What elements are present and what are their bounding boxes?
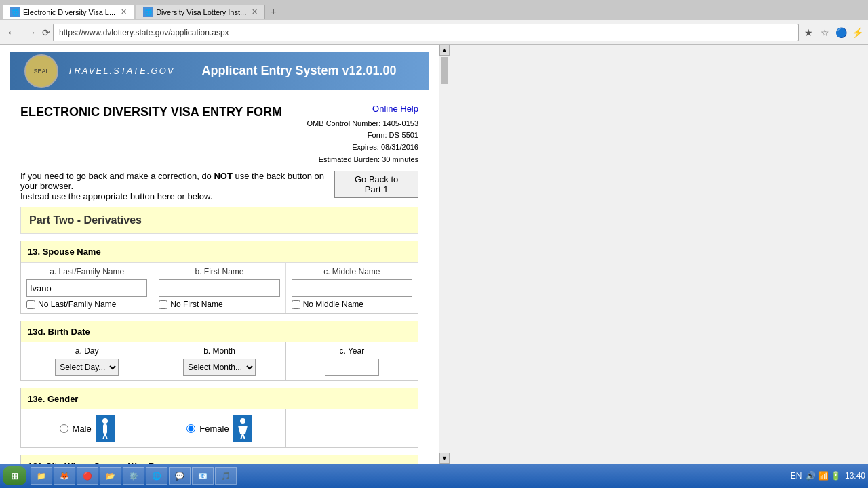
browser-chrome: 🌐 Electronic Diversity Visa L... ✕ 🌐 Div… [0, 0, 868, 45]
month-select[interactable]: Select Month... [183, 359, 256, 376]
svg-point-0 [102, 418, 108, 424]
section-13e-gender: 13e. Gender Male [20, 388, 418, 448]
address-bar[interactable]: https://www.dvlottery.state.gov/applicat… [53, 24, 799, 41]
scrollbar-down-button[interactable]: ▼ [439, 453, 450, 464]
city-header: 13f. City Where Spouse Was Born [21, 455, 418, 464]
tab-1-close[interactable]: ✕ [121, 7, 127, 16]
correction-notice: If you need to go back and make a correc… [20, 171, 334, 201]
section-13d-birth-date: 13d. Birth Date a. Day Select Day... b. … [20, 321, 418, 381]
day-cell: a. Day Select Day... [21, 342, 153, 380]
svg-line-3 [105, 434, 107, 439]
tab-2-label: Diversity Visa Lottery Inst... [156, 8, 246, 16]
section-13-title: 13. Spouse Name [21, 241, 418, 262]
no-middle-name-label: No Middle Name [303, 300, 363, 309]
year-cell: c. Year [286, 342, 418, 380]
no-first-name-row: No First Name [159, 300, 279, 309]
expires: Expires: 08/31/2016 [307, 142, 418, 154]
logo-text: TRAVEL.STATE.GOV [68, 66, 175, 76]
go-back-button[interactable]: Go Back to Part 1 [334, 171, 418, 198]
tab-1-label: Electronic Diversity Visa L... [23, 8, 115, 16]
tab-1[interactable]: 🌐 Electronic Diversity Visa L... ✕ [3, 5, 134, 19]
form-content: ELECTRONIC DIVERSITY VISA ENTRY FORM Onl… [10, 90, 429, 464]
month-cell: b. Month Select Month... [153, 342, 285, 380]
first-name-label: b. First Name [159, 267, 279, 277]
bookmark-icon[interactable]: ★ [802, 26, 815, 39]
form-title-area: ELECTRONIC DIVERSITY VISA ENTRY FORM [20, 102, 282, 119]
day-select[interactable]: Select Day... [55, 359, 119, 376]
empty-gender-cell [286, 409, 418, 447]
no-last-name-label: No Last/Family Name [38, 300, 116, 309]
male-cell: Male [21, 409, 153, 447]
scrollbar[interactable]: ▲ ▼ [439, 45, 450, 464]
middle-name-label: c. Middle Name [292, 267, 412, 277]
part-two-header: Part Two - Derivatives [20, 207, 418, 234]
forward-button[interactable]: → [23, 25, 39, 40]
scrollbar-up-button[interactable]: ▲ [439, 45, 450, 56]
tab-2[interactable]: 🌐 Diversity Visa Lottery Inst... ✕ [136, 5, 265, 19]
section-13-spouse-name: 13. Spouse Name a. Last/Family Name No L… [20, 241, 418, 314]
us-seal: SEAL [21, 56, 62, 86]
no-middle-name-checkbox[interactable] [292, 300, 300, 309]
svg-line-7 [243, 434, 245, 439]
right-area [450, 45, 868, 464]
no-middle-name-row: No Middle Name [292, 300, 412, 309]
tab-1-favicon: 🌐 [10, 7, 20, 17]
svg-marker-5 [238, 426, 248, 434]
female-radio[interactable] [186, 424, 195, 433]
first-name-cell: b. First Name No First Name [153, 263, 285, 313]
birth-date-fields: a. Day Select Day... b. Month Select Mon… [21, 342, 418, 380]
last-name-input[interactable] [26, 279, 147, 297]
female-cell: Female [153, 409, 285, 447]
form-meta: Online Help OMB Control Number: 1405-015… [307, 102, 418, 165]
middle-name-cell: c. Middle Name No Middle Name [286, 263, 418, 313]
male-icon [96, 415, 115, 442]
main-container: SEAL TRAVEL.STATE.GOV Applicant Entry Sy… [0, 45, 439, 464]
correction-row: If you need to go back and make a correc… [20, 171, 418, 201]
form-title: ELECTRONIC DIVERSITY VISA ENTRY FORM [20, 105, 282, 119]
day-label: a. Day [26, 346, 147, 356]
gender-header: 13e. Gender [21, 388, 418, 409]
notice-text-3: Instead use the appropriate button here … [20, 191, 212, 201]
tab-bar: 🌐 Electronic Diversity Visa L... ✕ 🌐 Div… [0, 0, 868, 20]
year-input[interactable] [325, 359, 379, 376]
extension-icon-1[interactable]: 🔵 [834, 26, 848, 39]
not-emphasis: NOT [214, 171, 232, 181]
year-label: c. Year [292, 346, 412, 356]
birth-date-header: 13d. Birth Date [21, 321, 418, 342]
form-number: Form: DS-5501 [307, 129, 418, 142]
scrollbar-track [439, 56, 450, 453]
header-title: Applicant Entry System v12.01.00 [201, 64, 396, 77]
tab-2-favicon: 🌐 [143, 7, 153, 17]
no-first-name-checkbox[interactable] [159, 300, 167, 309]
tab-2-close[interactable]: ✕ [252, 7, 258, 16]
last-name-cell: a. Last/Family Name No Last/Family Name [21, 263, 153, 313]
month-label: b. Month [159, 346, 279, 356]
female-icon [233, 415, 252, 442]
male-radio[interactable] [60, 424, 68, 433]
first-name-input[interactable] [159, 279, 279, 297]
section-13f-birth-city: 13f. City Where Spouse Was Born (Enter B… [20, 455, 418, 464]
back-button[interactable]: ← [4, 25, 20, 40]
omb-number: OMB Control Number: 1405-0153 [307, 118, 418, 130]
name-fields-row: a. Last/Family Name No Last/Family Name … [21, 262, 418, 313]
extension-icon-2[interactable]: ⚡ [850, 26, 864, 39]
no-first-name-label: No First Name [170, 300, 222, 309]
toolbar-icons: ★ ☆ 🔵 ⚡ [802, 26, 864, 39]
gender-options-row: Male Female [21, 409, 418, 447]
male-label: Male [73, 424, 92, 434]
svg-point-4 [240, 418, 245, 424]
star-icon[interactable]: ☆ [818, 26, 831, 39]
no-last-name-row: No Last/Family Name [26, 300, 147, 309]
new-tab-button[interactable]: + [267, 5, 280, 18]
last-name-label: a. Last/Family Name [26, 267, 147, 277]
reload-button[interactable]: ⟳ [42, 27, 50, 38]
no-last-name-checkbox[interactable] [26, 300, 35, 309]
online-help-link[interactable]: Online Help [307, 102, 418, 117]
toolbar: ← → ⟳ https://www.dvlottery.state.gov/ap… [0, 20, 868, 45]
svg-rect-1 [103, 424, 107, 434]
female-label: Female [199, 424, 229, 434]
scrollbar-thumb[interactable] [441, 57, 448, 84]
burden: Estimated Burden: 30 minutes [307, 154, 418, 166]
middle-name-input[interactable] [292, 279, 412, 297]
url-text: https://www.dvlottery.state.gov/applicat… [59, 28, 229, 37]
